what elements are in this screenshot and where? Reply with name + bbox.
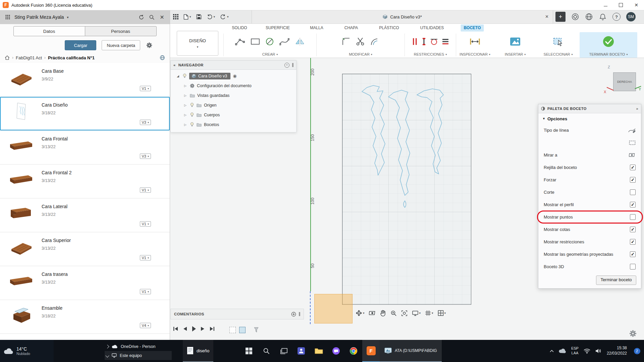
visibility-bulb-icon[interactable] [190,112,194,117]
add-comment-icon[interactable] [291,312,296,317]
palette-option[interactable]: Mostrar el perfil [538,198,641,211]
modificar-dropdown[interactable]: MODIFICAR▾ [317,51,405,58]
teams-button[interactable] [292,340,310,362]
version-badge[interactable]: V1▾ [140,289,151,294]
expand-icon[interactable]: ▷ [184,84,187,87]
fillet-tool-icon[interactable] [342,37,351,46]
project-item[interactable]: Cara Lateral3/13/22V1▾ [0,198,170,232]
close-button[interactable]: ✕ [629,0,644,10]
home-icon[interactable] [5,55,10,60]
start-button[interactable] [240,340,258,362]
checkbox[interactable] [630,214,636,220]
volume-icon[interactable] [595,348,602,354]
rectangle-tool-icon[interactable] [251,38,260,45]
constraint-coincident-icon[interactable] [422,38,426,46]
ribbon-group-terminar-boceto[interactable]: TERMINAR BOCETO▾ [580,32,637,58]
circle-tool-icon[interactable] [265,37,274,46]
keyboard-layout[interactable]: ESP LAA [571,346,579,356]
ribbon-tab[interactable]: UTILIDADES [417,24,447,32]
team-name[interactable]: Sting Patrik Meza Ayala [14,14,64,20]
ribbon-tab[interactable]: PLÁSTICO [376,24,402,32]
expand-icon[interactable]: ◢ [177,74,180,78]
constraint-tangent-icon[interactable] [430,38,438,46]
project-item[interactable]: Cara Diseño3/18/22V3▾ [0,97,170,131]
fusion-360-button[interactable]: F [362,340,380,362]
version-badge[interactable]: V1▾ [140,86,151,91]
step-forward-icon[interactable] [201,326,205,331]
visibility-bulb-icon[interactable] [190,122,194,127]
task-view-button[interactable] [275,340,292,362]
fit-view-icon[interactable] [401,310,408,316]
visibility-bulb-icon[interactable] [190,103,194,108]
checkbox[interactable] [630,202,636,207]
panel-grip[interactable] [292,63,293,67]
ribbon-tab[interactable]: SUPERFICIE [263,24,293,32]
help-icon[interactable]: ? [612,13,621,21]
options-section-header[interactable]: ▼ Opciones [538,113,641,124]
checkbox[interactable] [630,165,636,170]
linetype-icon[interactable] [628,128,636,133]
orbit-icon[interactable]: ▾ [356,310,365,316]
redo-icon[interactable]: ▾ [220,14,229,19]
select-tool-icon[interactable] [553,37,563,46]
version-badge[interactable]: V4▾ [140,323,151,328]
viewport-canvas[interactable]: 200 150 100 50 « NAVEGADOR – [170,58,644,340]
crear-dropdown[interactable]: CREAR▾ [224,51,316,58]
close-panel-icon[interactable]: ✕ [158,13,166,21]
taskbar-search-button[interactable] [258,340,275,362]
ribbon-tab[interactable]: SOLIDO [229,24,250,32]
hidden-icons-chevron[interactable] [550,350,554,352]
search-icon[interactable] [148,13,155,21]
checkbox[interactable] [630,227,636,232]
jump-end-icon[interactable] [209,326,215,331]
palette-option[interactable]: Mirar a [538,149,641,161]
tree-root-row[interactable]: ◢ Cara Diseño v3 ◉ [171,71,296,81]
sketch-rectangle[interactable] [342,74,471,305]
tree-item[interactable]: ▷Origen [171,100,296,110]
jump-start-icon[interactable] [173,326,178,331]
account-avatar[interactable]: SM [626,12,636,21]
look-at-icon[interactable] [629,153,636,158]
play-icon[interactable] [192,326,196,332]
action-center-button[interactable]: 2 [632,346,642,356]
project-item[interactable]: Ensamble3/18/22V4▾ [0,300,170,334]
ribbon-tab[interactable]: CHAPA [341,24,361,32]
constraint-equal-icon[interactable] [442,38,449,45]
workspace-selector[interactable]: DISEÑO ▾ [177,31,218,56]
viewports-icon[interactable]: ▾ [438,310,446,316]
wifi-icon[interactable] [584,349,590,354]
navigator-header[interactable]: « NAVEGADOR – [170,60,297,70]
palette-option[interactable]: Rejilla del boceto [538,161,641,174]
finish-sketch-button[interactable]: Terminar boceto [596,276,636,285]
document-tab[interactable]: Cara Diseño v3* ✕ [252,10,553,23]
breadcrumb-project[interactable]: FabDig01 Act [16,55,42,60]
chevron-right-icon[interactable] [105,345,109,348]
version-badge[interactable]: V3▾ [140,154,151,159]
palette-option[interactable]: Boceto 3D [538,260,641,273]
root-document[interactable]: Cara Diseño v3 [189,73,230,79]
view-cube-face[interactable]: DERECHA [613,72,636,91]
spline-tool-icon[interactable] [279,38,289,46]
seleccionar-dropdown[interactable]: SELECCIONAR▾ [537,51,580,58]
version-badge[interactable]: V1▾ [140,187,151,193]
tree-item[interactable]: ▷Vistas guardadas [171,90,296,100]
version-badge[interactable]: V1▾ [140,255,151,260]
grid-snaps-icon[interactable]: ▾ [425,310,433,316]
palette-option[interactable]: Mostrar las geometrías proyectadas [538,248,641,260]
tab-datos[interactable]: Datos [13,26,85,36]
new-folder-button[interactable]: Nueva carpeta [102,40,140,50]
version-badge[interactable]: V3▾ [140,120,151,125]
settings-gear-icon[interactable] [146,42,153,49]
project-item[interactable]: Cara Frontal 23/13/22V1▾ [0,165,170,198]
tab-personas[interactable]: Personas [85,26,157,36]
version-badge[interactable]: V1▾ [140,221,151,227]
panel-grip[interactable] [299,312,300,316]
file-explorer-button[interactable] [310,340,327,362]
mirror-tool-icon[interactable] [295,38,305,46]
save-icon[interactable] [196,14,202,19]
view-cube[interactable]: Z DERECHA X Y [604,65,643,100]
trim-scissors-icon[interactable] [356,37,365,46]
project-item[interactable]: Cara trasera3/13/22V1▾ [0,266,170,300]
restricciones-dropdown[interactable]: RESTRICCIONES▾ [405,51,456,58]
project-item[interactable]: Cara Superior3/13/22V1▾ [0,232,170,266]
